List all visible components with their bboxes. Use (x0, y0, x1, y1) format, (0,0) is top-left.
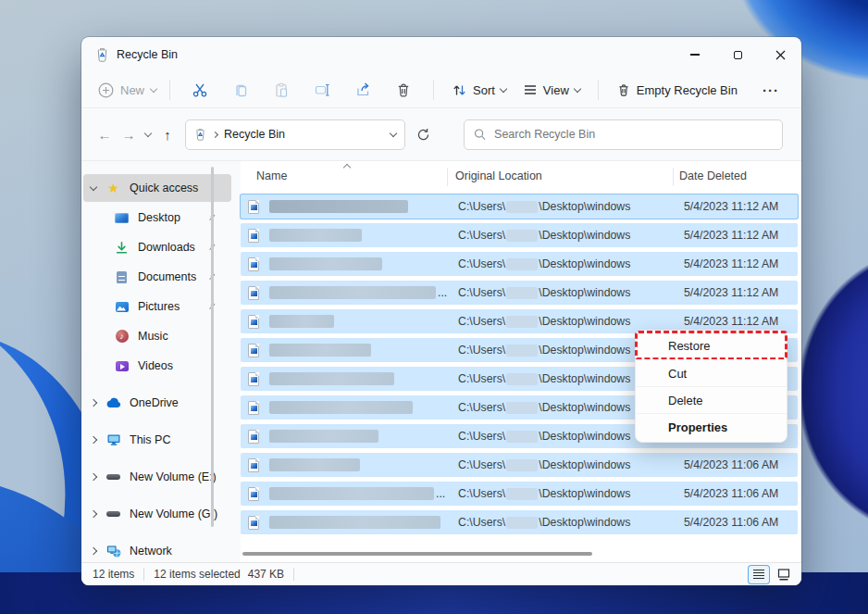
column-divider[interactable] (447, 168, 448, 186)
maximize-button[interactable] (716, 37, 759, 72)
expand-chevron-icon[interactable] (90, 436, 97, 444)
rename-button[interactable] (302, 76, 342, 104)
menu-item-properties[interactable]: Properties (636, 413, 787, 440)
expand-chevron-icon[interactable] (90, 547, 97, 555)
sidebar-scrollbar[interactable] (211, 167, 214, 527)
location-prefix: C:\Users\ (458, 372, 505, 385)
status-divider (293, 568, 294, 581)
redacted-username (506, 459, 538, 471)
location-suffix: \Desktop\windows (539, 487, 630, 500)
address-dropdown-icon[interactable] (390, 129, 397, 136)
file-row[interactable]: C:\Users\\Desktop\windows 5/4/2023 11:06… (241, 510, 798, 534)
expand-chevron-icon[interactable] (90, 399, 97, 407)
sidebar-item-quick-access[interactable]: Quick access (83, 174, 231, 202)
file-icon (248, 344, 259, 357)
redacted-username (506, 201, 538, 213)
refresh-button[interactable] (409, 120, 437, 148)
titlebar[interactable]: Recycle Bin (81, 37, 801, 72)
empty-recycle-bin-button[interactable]: Empty Recycle Bin (608, 76, 746, 104)
explorer-body: Quick access Desktop Downloads (81, 161, 801, 562)
search-input[interactable] (494, 128, 773, 141)
sidebar-item-new-volume-g[interactable]: New Volume (G:) (83, 500, 231, 528)
recent-locations-button[interactable] (141, 133, 155, 136)
breadcrumb[interactable]: Recycle Bin (224, 128, 285, 141)
redacted-file-name (269, 516, 440, 529)
documents-icon (114, 269, 130, 284)
breadcrumb-chevron-icon (212, 131, 218, 137)
column-divider[interactable] (673, 168, 674, 186)
file-row[interactable]: C:\Users\\Desktop\windows 5/4/2023 11:12… (241, 252, 798, 276)
column-header-name[interactable]: Name (256, 169, 287, 182)
forward-button[interactable]: → (117, 120, 141, 148)
menu-item-cut[interactable]: Cut (636, 359, 787, 386)
location-prefix: C:\Users\ (458, 200, 505, 213)
sidebar-item-onedrive[interactable]: OneDrive (83, 389, 231, 417)
new-button[interactable]: New (94, 82, 160, 98)
view-button[interactable]: View (515, 76, 589, 104)
file-row[interactable]: C:\Users\\Desktop\windows 5/4/2023 11:06… (241, 453, 798, 477)
location-suffix: \Desktop\windows (539, 257, 630, 270)
date-deleted-cell: 5/4/2023 11:12 AM (684, 223, 778, 247)
drive-icon (105, 507, 121, 521)
details-view-button[interactable] (749, 566, 769, 583)
expand-chevron-icon[interactable] (90, 182, 97, 190)
delete-button[interactable] (383, 76, 424, 104)
chevron-down-icon (574, 84, 581, 92)
sidebar-item-new-volume-e[interactable]: New Volume (E:) (83, 463, 231, 491)
back-button[interactable]: ← (93, 120, 117, 148)
paste-button[interactable] (261, 76, 302, 104)
column-header-date-deleted[interactable]: Date Deleted (679, 169, 747, 182)
file-name-cell (248, 309, 336, 333)
chevron-down-icon (500, 84, 507, 92)
close-icon (775, 50, 786, 60)
large-icons-view-button[interactable] (774, 566, 794, 583)
file-name-cell (248, 424, 380, 448)
file-name-ellipsis: ... (436, 487, 445, 500)
sidebar-item-this-pc[interactable]: This PC (83, 426, 231, 454)
column-header-original-location[interactable]: Original Location (455, 169, 542, 182)
sidebar-item-label: Desktop (138, 211, 180, 224)
file-row[interactable]: C:\Users\\Desktop\windows 5/4/2023 11:12… (241, 223, 798, 247)
expand-chevron-icon[interactable] (90, 473, 97, 481)
file-name-cell (248, 252, 384, 276)
downloads-icon (114, 240, 130, 255)
network-icon (105, 544, 121, 558)
more-options-button[interactable]: ··· (763, 82, 779, 98)
sidebar-item-label: New Volume (G:) (130, 507, 217, 520)
sidebar-item-desktop[interactable]: Desktop (83, 204, 231, 232)
sidebar-item-downloads[interactable]: Downloads (83, 233, 231, 261)
sidebar-item-documents[interactable]: Documents (83, 263, 231, 291)
close-button[interactable] (759, 37, 801, 72)
file-row[interactable]: ... C:\Users\\Desktop\windows 5/4/2023 1… (241, 281, 798, 305)
copy-button[interactable] (220, 76, 261, 104)
date-deleted-cell: 5/4/2023 11:12 AM (684, 281, 778, 305)
file-icon (248, 516, 259, 530)
file-name-ellipsis: ... (438, 286, 447, 299)
sidebar-item-videos[interactable]: Videos (83, 352, 231, 380)
scissors-icon (192, 81, 208, 98)
sidebar-item-pictures[interactable]: Pictures (83, 293, 231, 320)
menu-item-restore[interactable]: Restore (636, 332, 787, 359)
menu-item-delete[interactable]: Delete (636, 386, 787, 413)
expand-chevron-icon[interactable] (90, 510, 97, 518)
horizontal-scrollbar[interactable] (242, 552, 592, 556)
sidebar-item-network[interactable]: Network (83, 537, 231, 565)
redacted-file-name (269, 200, 408, 213)
cut-button[interactable] (180, 76, 220, 104)
chevron-down-icon (144, 129, 152, 136)
up-button[interactable]: ↑ (155, 120, 180, 148)
search-box[interactable] (464, 119, 783, 150)
date-deleted-cell: 5/4/2023 11:06 AM (684, 482, 778, 506)
minimize-button[interactable] (674, 37, 716, 72)
address-bar[interactable]: Recycle Bin (185, 119, 405, 150)
redacted-username (506, 402, 538, 414)
sidebar-item-music[interactable]: Music (83, 322, 231, 350)
sort-button[interactable]: Sort (443, 76, 515, 104)
redacted-file-name (269, 315, 334, 328)
share-button[interactable] (342, 76, 383, 104)
file-row[interactable]: ... C:\Users\\Desktop\windows 5/4/2023 1… (241, 482, 798, 506)
file-row[interactable]: C:\Users\\Desktop\windows 5/4/2023 11:12… (241, 194, 798, 219)
minimize-icon (690, 54, 700, 55)
location-prefix: C:\Users\ (458, 257, 505, 270)
date-deleted-cell: 5/4/2023 11:06 AM (684, 453, 778, 477)
